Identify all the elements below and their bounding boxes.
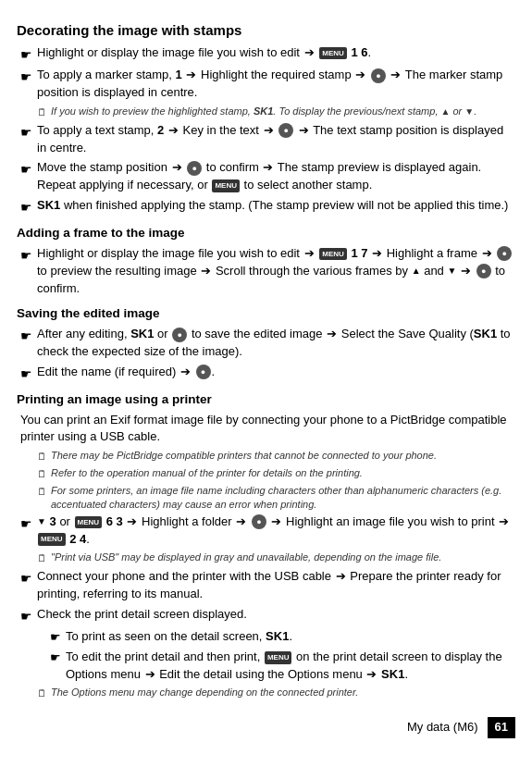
section4-title: Printing an image using a printer [17, 390, 515, 409]
sub-bullet-icon: ☛ [50, 629, 61, 647]
text: Highlight or display the image file you … [37, 45, 303, 59]
circle-icon: ● [371, 68, 386, 83]
bullet-icon: ☛ [20, 45, 32, 64]
sub-bullet-icon: ☛ [50, 649, 61, 667]
footer-text: My data (M6) [407, 719, 478, 736]
note-text: Refer to the operation manual of the pri… [51, 466, 363, 480]
note-item: 🗒 "Print via USB" may be displayed in gr… [17, 551, 515, 566]
note-item: 🗒 There may be PictBridge compatible pri… [17, 449, 515, 464]
list-item: ☛ Highlight or display the image file yo… [17, 245, 515, 298]
menu-icon: MENU [319, 248, 347, 261]
list-item: ☛ To apply a text stamp, 2 ➔ Key in the … [17, 122, 515, 157]
arrow-icon: ➔ [304, 45, 315, 59]
note-item: 🗒 Refer to the operation manual of the p… [17, 466, 515, 482]
note-item: 🗒 For some printers, an image file name … [17, 484, 515, 512]
list-item: ☛ After any editing, SK1 or ● to save th… [17, 326, 515, 361]
menu-icon: MENU [319, 47, 347, 60]
list-item: ☛ Move the stamp position ➔ ● to confirm… [17, 159, 515, 194]
note-text: For some printers, an image file name in… [51, 484, 515, 512]
list-item: ☛ To apply a marker stamp, 1 ➔ Highlight… [17, 67, 515, 102]
sub-bullet-item: ☛ To edit the print detail and then prin… [17, 649, 515, 684]
section2-title: Adding a frame to the image [17, 224, 515, 242]
circle-icon: ● [476, 264, 491, 278]
list-item: ☛ Edit the name (if required) ➔ ●. [17, 364, 515, 383]
footer-area: My data (M6) 61 [17, 711, 515, 738]
note-text: There may be PictBridge compatible print… [51, 449, 437, 463]
list-item: ☛ SK1 when finished applying the stamp. … [17, 197, 515, 216]
note-icon: 🗒 [37, 551, 47, 566]
note-item: 🗒 If you wish to preview the highlighted… [17, 105, 515, 120]
note-text: If you wish to preview the highlighted s… [51, 105, 476, 118]
bullet-icon: ☛ [20, 327, 32, 345]
bullet-icon: ☛ [20, 365, 32, 383]
footer: My data (M6) 61 [407, 717, 515, 738]
bullet-icon: ☛ [20, 123, 32, 142]
section3-title: Saving the edited image [17, 304, 515, 323]
bullet-icon: ☛ [20, 607, 32, 625]
note-icon: 🗒 [37, 485, 47, 500]
circle-icon: ● [252, 514, 266, 529]
note-icon: 🗒 [37, 105, 47, 120]
circle-icon: ● [187, 161, 202, 176]
circle-icon: ● [278, 123, 293, 138]
sub-bullet-item: ☛ To print as seen on the detail screen,… [17, 628, 515, 647]
menu-icon: MENU [75, 516, 103, 529]
circle-icon: ● [196, 365, 211, 379]
list-item: ☛ Connect your phone and the printer wit… [17, 568, 515, 603]
text: 1 6. [351, 45, 371, 59]
note-icon: 🗒 [37, 450, 47, 464]
menu-icon: MENU [212, 179, 240, 192]
section1-title: Decorating the image with stamps [17, 20, 515, 41]
bullet-icon: ☛ [20, 68, 32, 86]
note-icon: 🗒 [37, 467, 47, 482]
circle-icon: ● [497, 246, 512, 261]
list-item: ☛ Check the print detail screen displaye… [17, 606, 515, 625]
section4-intro: You can print an Exif format image file … [17, 412, 515, 447]
note-text: The Options menu may change depending on… [51, 686, 358, 699]
bullet-icon: ☛ [20, 160, 32, 179]
list-item: ☛ Highlight or display the image file yo… [17, 44, 515, 64]
note-text: "Print via USB" may be displayed in gray… [51, 551, 441, 564]
menu-icon: MENU [38, 533, 66, 546]
bullet-icon: ☛ [20, 514, 32, 533]
page-number: 61 [488, 717, 515, 738]
note-icon: 🗒 [37, 687, 47, 701]
bullet-icon: ☛ [20, 569, 32, 588]
list-item: ☛ ▼ 3 or MENU 6 3 ➔ Highlight a folder ➔… [17, 513, 515, 549]
note-item: 🗒 The Options menu may change depending … [17, 686, 515, 701]
circle-icon: ● [172, 328, 187, 342]
bullet-icon: ☛ [20, 246, 32, 265]
menu-icon: MENU [265, 651, 292, 664]
bullet-icon: ☛ [20, 198, 32, 216]
